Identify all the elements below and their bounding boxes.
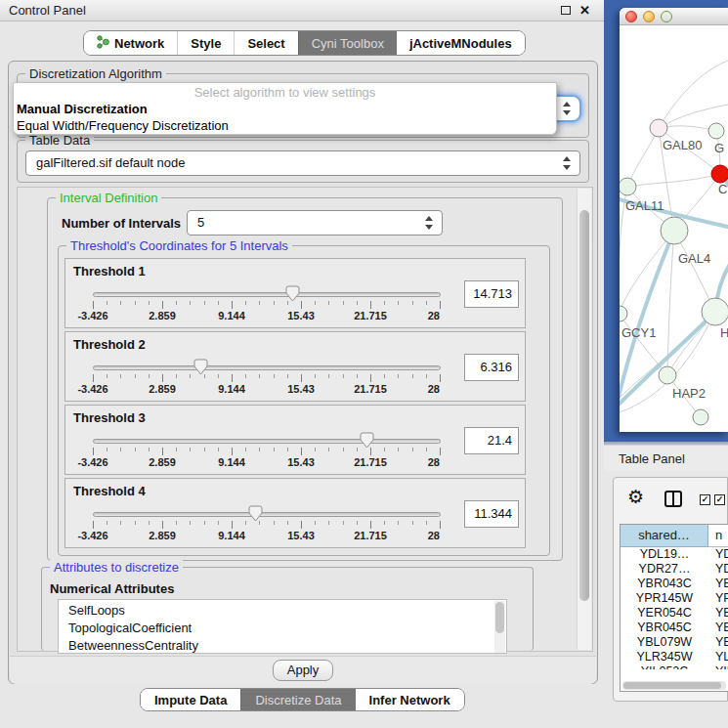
column-header-shared[interactable]: shared…	[621, 525, 708, 547]
tick-label: 15.43	[274, 310, 328, 321]
table-row[interactable]: YDL19…YDL1	[621, 547, 728, 562]
tab-select[interactable]: Select	[234, 31, 297, 55]
tick-label: 15.43	[274, 530, 328, 541]
threshold-4-slider[interactable]	[93, 512, 441, 517]
tab-cyni-toolbox-label: Cyni Toolbox	[312, 36, 384, 51]
num-intervals-value: 5	[197, 211, 204, 235]
threshold-2-value-field[interactable]: 6.316	[464, 354, 519, 381]
list-item[interactable]: BetweennessCentrality	[59, 637, 506, 654]
table-row[interactable]: YBR043CYBR0	[621, 577, 728, 591]
table-data-combobox[interactable]: galFiltered.sif default node	[25, 150, 580, 176]
tab-infer-network[interactable]: Infer Network	[356, 689, 464, 710]
threshold-1-slider-thumb[interactable]	[285, 285, 300, 302]
tab-cyni-toolbox[interactable]: Cyni Toolbox	[298, 31, 397, 55]
tick-label: 28	[385, 456, 440, 468]
table-data-group: Table Data galFiltered.sif default node	[17, 140, 589, 183]
tick-label: 9.144	[204, 456, 259, 468]
combo-arrows-icon	[563, 101, 572, 116]
close-icon[interactable]: ✕	[579, 2, 590, 20]
bottom-tabstrip: Impute Data Discretize Data Infer Networ…	[140, 688, 465, 711]
threshold-3-slider-thumb[interactable]	[360, 432, 374, 449]
float-panel-icon[interactable]	[561, 6, 571, 15]
tick-label: 2.859	[135, 530, 190, 541]
tick-label: 28	[385, 530, 440, 541]
tick-label: 9.144	[204, 530, 259, 541]
control-panel-titlebar: Control Panel ✕	[0, 0, 604, 21]
scrollbar-thumb[interactable]	[623, 682, 721, 689]
node-label-c: C	[718, 182, 727, 196]
tab-style-label: Style	[191, 36, 221, 51]
zoom-traffic-light[interactable]	[661, 11, 672, 22]
node-gal80[interactable]	[650, 119, 667, 137]
network-window-titlebar[interactable]	[620, 8, 728, 25]
threshold-2-label: Threshold 2	[73, 337, 146, 352]
node-attribute-table: shared… n YDL19…YDL1 YDR27…YDR2 YBR043CY…	[620, 524, 728, 692]
node-highlighted-red[interactable]	[711, 165, 728, 183]
node-gcy1[interactable]	[620, 306, 627, 321]
settings-scrollpane: Interval Definition Number of Intervals …	[17, 187, 593, 652]
checkbox-icon[interactable]: ✓	[700, 494, 710, 505]
num-intervals-spinner[interactable]: 5	[187, 210, 443, 236]
tick-label: 28	[385, 310, 440, 321]
node-gal4[interactable]	[661, 217, 688, 244]
threshold-3-row: Threshold 3 -3.426 2.859 9.144 15.43 21.…	[64, 405, 526, 475]
threshold-2-slider-thumb[interactable]	[193, 359, 208, 375]
gear-icon[interactable]: ⚙	[627, 486, 644, 508]
popup-option-manual[interactable]: Manual Discretization	[17, 102, 148, 116]
top-tabstrip: Network Style Select Cyni Toolbox jActiv…	[83, 30, 526, 56]
table-row[interactable]: YLR345WYLR3	[621, 650, 728, 664]
table-row[interactable]: YBL079WYBL0	[621, 635, 728, 650]
popup-option-equal-width[interactable]: Equal Width/Frequency Discretization	[17, 118, 229, 133]
threshold-4-row: Threshold 4 -3.426 2.859 9.144 15.43 21.…	[64, 478, 526, 548]
table-data-group-title: Table Data	[25, 133, 94, 148]
threshold-2-slider[interactable]	[93, 365, 441, 370]
vertical-scrollbar[interactable]	[577, 189, 591, 650]
minimize-traffic-light[interactable]	[643, 11, 655, 22]
tab-jactivemnodules[interactable]: jActiveMNodules	[397, 31, 525, 55]
attributes-group: Attributes to discretize Numerical Attri…	[41, 567, 534, 651]
scrollbar-thumb[interactable]	[579, 210, 589, 601]
slider-ticks	[93, 374, 442, 382]
tab-discretize-data-label: Discretize Data	[255, 693, 341, 707]
table-row[interactable]: YIL052CYIL0	[621, 664, 728, 669]
threshold-3-value-field[interactable]: 21.4	[464, 427, 519, 454]
threshold-3-slider[interactable]	[93, 439, 441, 444]
node-h[interactable]	[702, 298, 728, 325]
tab-impute-data-label: Impute Data	[154, 693, 227, 707]
interval-definition-group: Interval Definition Number of Intervals …	[47, 197, 563, 561]
split-columns-icon[interactable]	[664, 491, 682, 507]
tab-discretize-data[interactable]: Discretize Data	[240, 689, 355, 710]
node-bottom[interactable]	[693, 409, 708, 425]
node-g[interactable]	[708, 123, 724, 139]
list-scrollbar[interactable]	[494, 601, 505, 654]
threshold-1-slider[interactable]	[93, 292, 441, 297]
apply-button[interactable]: Apply	[273, 660, 333, 681]
num-intervals-label: Number of Intervals	[62, 216, 181, 231]
threshold-1-row: Threshold 1 -3.426 2.859 9.144 15.43 21.…	[64, 258, 526, 328]
threshold-4-slider-thumb[interactable]	[248, 505, 263, 522]
tab-select-label: Select	[247, 36, 284, 51]
tab-style[interactable]: Style	[177, 31, 234, 55]
list-item[interactable]: TopologicalCoefficient	[59, 620, 506, 637]
node-hap2[interactable]	[659, 366, 676, 384]
table-row[interactable]: YBR045CYBR0	[621, 621, 728, 635]
table-row[interactable]: YPR145WYPR1	[621, 591, 728, 606]
checkbox-icon[interactable]: ✓	[714, 494, 725, 505]
network-canvas[interactable]: GAL80 G C GAL11 GAL4 GCY1 H HAP2	[620, 26, 728, 432]
threshold-4-value-field[interactable]: 11.344	[464, 500, 519, 528]
list-item[interactable]: SelfLoops	[59, 602, 506, 620]
tab-impute-data[interactable]: Impute Data	[141, 689, 240, 710]
tick-label: 15.43	[274, 383, 328, 395]
screen: Control Panel ✕ Network Style Select Cyn…	[0, 0, 728, 728]
column-header-name[interactable]: n	[708, 525, 728, 547]
horizontal-scrollbar[interactable]	[622, 681, 726, 690]
table-row[interactable]: YDR27…YDR2	[621, 562, 728, 577]
threshold-1-value-field[interactable]: 14.713	[464, 280, 519, 308]
node-gal11[interactable]	[620, 178, 636, 195]
slider-ticks	[93, 448, 442, 455]
tab-network[interactable]: Network	[84, 31, 177, 55]
table-row[interactable]: YER054CYER0	[621, 606, 728, 621]
tick-label: 9.144	[204, 310, 259, 321]
threshold-1-label: Threshold 1	[73, 264, 146, 278]
close-traffic-light[interactable]	[625, 11, 637, 22]
